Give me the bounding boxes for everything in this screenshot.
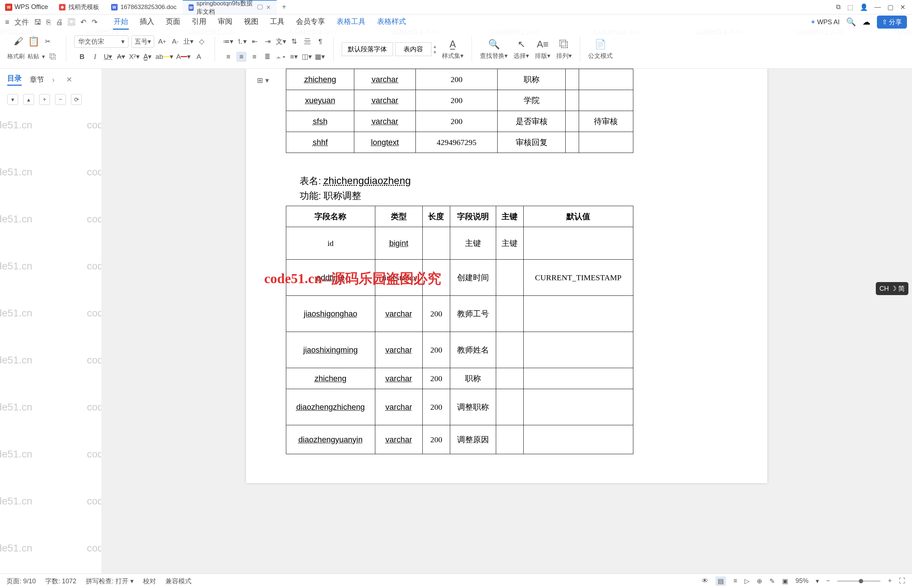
layout-button[interactable]: A≡ 排版▾ xyxy=(535,38,551,60)
bold-button[interactable]: B xyxy=(77,52,87,62)
clear-format-icon[interactable]: ◇ xyxy=(196,37,207,47)
paste-label[interactable]: 粘贴 xyxy=(28,53,39,60)
close-icon[interactable]: ✕ xyxy=(266,4,271,11)
outline-tab[interactable]: 目录 xyxy=(7,73,22,86)
menu-view[interactable]: 视图 xyxy=(243,15,259,30)
expand-down-icon[interactable]: ▾ xyxy=(7,94,18,105)
proofread-button[interactable]: 校对 xyxy=(143,577,156,585)
panel-icon[interactable]: ⧉ xyxy=(836,3,841,11)
fullscreen-icon[interactable]: ⛶ xyxy=(899,577,906,585)
arrange-button[interactable]: ⿻ 排列▾ xyxy=(556,38,572,60)
doc-table-2[interactable]: 字段名称类型长度 字段说明主键默认值 idbigint主键主键 addtimet… xyxy=(286,206,633,454)
table-content-select[interactable]: 表内容 xyxy=(395,42,431,56)
menu-page[interactable]: 页面 xyxy=(165,15,181,30)
save-icon[interactable]: 🖫 xyxy=(34,18,41,26)
grow-font-icon[interactable]: A+ xyxy=(157,37,167,47)
underline-button[interactable]: U▾ xyxy=(103,52,113,62)
strike-button[interactable]: A▾ xyxy=(116,52,126,62)
outline-view-icon[interactable]: ≡ xyxy=(733,577,737,585)
menu-table-style[interactable]: 表格样式 xyxy=(376,15,407,30)
refresh-icon[interactable]: ⟳ xyxy=(71,94,82,105)
menu-insert[interactable]: 插入 xyxy=(139,15,155,30)
highlight-button[interactable]: ab▾ xyxy=(156,52,173,62)
menu-table-tool[interactable]: 表格工具 xyxy=(336,15,366,30)
tab-doc2[interactable]: W springbootqn9fs数据库文档 🖵 ✕ xyxy=(183,0,277,14)
show-marks-icon[interactable]: ¶ xyxy=(315,37,326,47)
zoom-in-icon[interactable]: + xyxy=(888,577,892,585)
superscript-button[interactable]: X²▾ xyxy=(129,52,140,62)
sort-icon[interactable]: ⇅ xyxy=(289,37,299,47)
zoom-value[interactable]: 95% xyxy=(795,577,808,585)
wps-ai-button[interactable]: ✦WPS AI xyxy=(810,18,840,26)
page-view-icon[interactable]: ▤ xyxy=(716,577,726,586)
edit-icon[interactable]: ✎ xyxy=(769,577,775,585)
focus-icon[interactable]: ▣ xyxy=(782,577,788,585)
print-icon[interactable]: 🖨 xyxy=(56,18,63,26)
font-color-button[interactable]: A▾ xyxy=(176,52,191,62)
align-left-icon[interactable]: ≡ xyxy=(223,52,233,62)
add-tab-button[interactable]: + xyxy=(277,0,292,14)
menu-reference[interactable]: 引用 xyxy=(191,15,207,30)
para-font-select[interactable]: 默认段落字体 xyxy=(342,42,393,56)
minimize-icon[interactable]: — xyxy=(874,3,881,11)
menu-review[interactable]: 审阅 xyxy=(217,15,233,30)
align-right-icon[interactable]: ≡ xyxy=(249,52,259,62)
export-icon[interactable]: ⎘ xyxy=(46,18,51,26)
remove-icon[interactable]: − xyxy=(55,94,66,105)
line-spacing-icon[interactable]: ⫠▾ xyxy=(275,52,286,62)
maximize-icon[interactable]: ▢ xyxy=(888,3,894,11)
word-count[interactable]: 字数: 1072 xyxy=(45,577,76,585)
spellcheck-status[interactable]: 拼写检查: 打开 ▾ xyxy=(86,577,134,585)
chapter-tab[interactable]: 章节 xyxy=(30,75,44,85)
document-area[interactable]: ⊞ ▾ zhichengvarchar200职称 xueyuanvarchar2… xyxy=(101,69,912,573)
tab-template[interactable]: ◆ 找稻壳模板 xyxy=(53,0,105,14)
cut-icon[interactable]: ✂ xyxy=(43,37,53,47)
shading-icon[interactable]: ◫▾ xyxy=(302,52,312,62)
page-control[interactable]: ⊞ ▾ xyxy=(257,76,269,85)
zoom-slider[interactable] xyxy=(837,580,881,582)
file-menu[interactable]: 文件 xyxy=(15,17,29,27)
add-icon[interactable]: + xyxy=(39,94,50,105)
phonetic-icon[interactable]: 㐀▾ xyxy=(183,37,194,47)
menu-member[interactable]: 会员专享 xyxy=(295,15,326,30)
page-indicator[interactable]: 页面: 9/10 xyxy=(6,577,36,585)
number-list-icon[interactable]: ⒈▾ xyxy=(237,37,247,47)
para-spacing-icon[interactable]: ≡▾ xyxy=(289,52,299,62)
align-distrib-icon[interactable]: 亖 xyxy=(302,37,312,47)
redo-icon[interactable]: ↷ xyxy=(92,18,98,26)
format-brush-icon[interactable]: 🖌 xyxy=(12,36,24,48)
official-button[interactable]: 📄 公文模式 xyxy=(588,38,613,60)
cube-icon[interactable]: ⬚ xyxy=(847,3,854,11)
web-icon[interactable]: ⊕ xyxy=(757,577,762,585)
close-sidebar-icon[interactable]: ✕ xyxy=(66,75,72,84)
hamburger-icon[interactable]: ≡ xyxy=(5,18,10,26)
search-icon[interactable]: 🔍 xyxy=(846,17,856,27)
close-window-icon[interactable]: ✕ xyxy=(900,3,906,11)
chevron-right-icon[interactable]: › xyxy=(52,76,55,84)
eye-icon[interactable]: 👁 xyxy=(702,577,708,585)
align-center-icon[interactable]: ≡ xyxy=(237,52,246,62)
indent-icon[interactable]: ⇥ xyxy=(263,37,273,47)
shrink-font-icon[interactable]: A- xyxy=(170,37,180,47)
doc-table-1[interactable]: zhichengvarchar200职称 xueyuanvarchar200学院… xyxy=(286,69,633,153)
collapse-up-icon[interactable]: ▴ xyxy=(23,94,34,105)
table-handle-icon[interactable]: ⊞ ▾ xyxy=(257,76,269,84)
outdent-icon[interactable]: ⇤ xyxy=(250,37,260,47)
char-shading-button[interactable]: A xyxy=(194,52,204,62)
italic-button[interactable]: I xyxy=(90,52,100,62)
copy-icon[interactable]: ⿻ xyxy=(48,52,58,62)
preview-icon[interactable]: ⿴ xyxy=(68,18,75,26)
change-case-button[interactable]: A̲▾ xyxy=(143,52,153,62)
align-justify-icon[interactable]: ≣ xyxy=(262,52,272,62)
text-direction-icon[interactable]: 文▾ xyxy=(276,37,286,47)
ime-indicator[interactable]: CH ☽ 简 xyxy=(876,282,909,295)
avatar-icon[interactable]: 👤 xyxy=(860,3,868,11)
cloud-icon[interactable]: ☁ xyxy=(862,17,870,27)
paste-icon[interactable]: 📋 xyxy=(28,36,40,48)
menu-start[interactable]: 开始 xyxy=(113,15,129,30)
undo-icon[interactable]: ↶ xyxy=(80,18,86,26)
find-button[interactable]: 🔍 查找替换▾ xyxy=(480,38,508,60)
tab-doc1[interactable]: W 1678632825306.doc xyxy=(105,0,183,14)
size-select[interactable]: 五号▾ xyxy=(131,36,154,48)
font-select[interactable]: 华文仿宋▾ xyxy=(74,36,128,48)
